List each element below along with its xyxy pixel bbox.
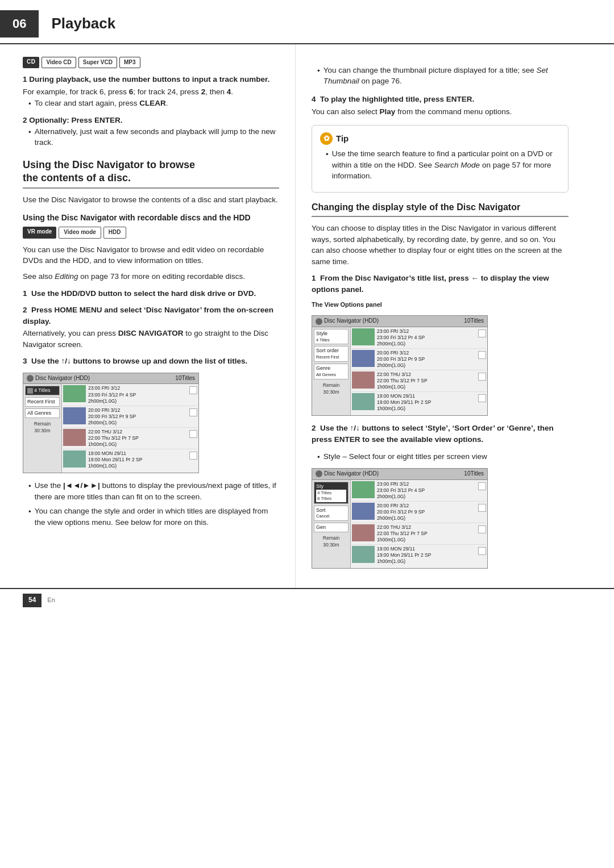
sidebar-recent-item: Recent First (25, 397, 60, 407)
title-badge (478, 547, 486, 555)
badge-vrmode: VR mode (23, 227, 56, 239)
screenshot-sidebar-right: Style4 Titles Sort orderRecent First Gen… (312, 327, 351, 416)
title-info: 22:00 THU 3/12 22:00 Thu 3/12 Pr 7 SP 1h… (88, 429, 189, 448)
step-2-heading: Optionally: Press ENTER. (29, 116, 122, 124)
screenshot-body: 4 Titles Recent First All Genres Remain3… (23, 384, 198, 473)
bullet-prev-next: • Use the |◄◄/►►| buttons to display the… (23, 480, 279, 502)
title-info: 22:00 THU 3/12 22:00 Thu 3/12 Pr 7 SP 1h… (377, 524, 478, 543)
page-number: 54 (23, 594, 42, 607)
title-info: 20:00 FRI 3/12 20:00 Fri 3/12 Pr 9 SP 2h… (377, 503, 478, 521)
step-2-num: 2 (23, 116, 27, 124)
hdd-step-2-body: Alternatively, you can press DISC NAVIGA… (23, 328, 279, 350)
style-options-screenshot: Disc Navigator (HDD) 10Titles Sty4 Title… (312, 468, 488, 569)
title-thumbnail (352, 372, 375, 389)
step-1-num: 1 (23, 75, 27, 84)
disc-type-badges: CD Video CD Super VCD MP3 (23, 57, 279, 69)
step-2: 2 Optionally: Press ENTER. • Alternative… (23, 115, 279, 148)
table-row: 23:00 FRI 3/12 23:00 Fri 3/12 Pr 4 SP 2h… (352, 481, 486, 502)
right-section-heading: Changing the display style of the Disc N… (312, 201, 569, 217)
right-step-2: 2 Use the ↑/↓ buttons to select ‘Style’,… (312, 423, 569, 445)
title-thumbnail (352, 350, 375, 367)
title-info: 20:00 FRI 3/12 20:00 Fri 3/12 Pr 9 SP 2h… (377, 350, 478, 369)
page-header: 06 Playback (0, 0, 614, 44)
title-info: 20:00 FRI 3/12 20:00 Fri 3/12 Pr 9 SP 2h… (88, 407, 189, 426)
sidebar-sort: Sort orderRecent First (314, 346, 349, 362)
tip-box: ✿ Tip • Use the time search feature to f… (312, 125, 569, 193)
body-2: See also Editing on page 73 for more on … (23, 271, 279, 282)
remain-2: Remain30:30m (314, 535, 349, 549)
disc-icon (27, 375, 34, 382)
title-info: 22:00 THU 3/12 22:00 Thu 3/12 Pr 7 SP 1h… (377, 372, 478, 390)
table-row: 22:00 THU 3/12 22:00 Thu 3/12 Pr 7 SP 1h… (352, 372, 486, 392)
badge-mp3: MP3 (119, 57, 140, 69)
title-info: 23:00 FRI 3/12 23:00 Fri 3/12 Pr 4 SP 2h… (88, 385, 189, 404)
badge-videocd: Video CD (42, 57, 76, 69)
title-badge (478, 394, 486, 402)
screenshot-sidebar: 4 Titles Recent First All Genres Remain3… (23, 384, 62, 473)
main-content: CD Video CD Super VCD MP3 1 During playb… (0, 44, 614, 588)
style-bullet: • Style – Select four or eight titles pe… (312, 451, 569, 463)
title-badge (189, 386, 197, 394)
title-badge (189, 430, 197, 438)
title-info: 19:00 MON 29/11 19:00 Mon 29/11 Pr 2 SP … (377, 546, 478, 565)
hdd-step-2: 2 Press HOME MENU and select ‘Disc Navig… (23, 304, 279, 350)
sidebar-genre: GenreAll Genres (314, 364, 349, 379)
mode-badges: VR mode Video mode HDD (23, 227, 279, 239)
bullet-style-order: • You can change the style and order in … (23, 506, 279, 528)
table-row: 19:00 MON 29/11 19:00 Mon 29/11 Pr 2 SP … (352, 546, 486, 566)
disc-icon-2 (316, 470, 322, 477)
title-badge (478, 329, 486, 337)
bullet-thumbnail: • You can change the thumbnail picture d… (312, 65, 569, 87)
right-section-intro: You can choose to display titles in the … (312, 223, 569, 267)
table-row: 23:00 FRI 3/12 23:00 Fri 3/12 Pr 4 SP 2h… (352, 328, 486, 349)
badge-supervcd: Super VCD (78, 57, 117, 69)
title-thumbnail (352, 524, 375, 541)
body-1: You can use the Disc Navigator to browse… (23, 244, 279, 266)
badge-hdd: HDD (103, 227, 126, 239)
right-column: • You can change the thumbnail picture d… (296, 44, 591, 588)
tip-icon: ✿ (320, 132, 333, 145)
sidebar-sty-active: Sty4 Titles8 Titles (314, 482, 349, 504)
tip-heading: ✿ Tip (320, 132, 560, 145)
section-main-heading: Using the Disc Navigator to browsethe co… (23, 158, 279, 189)
sidebar-gen: Gen (314, 523, 349, 532)
remain-text: Remain30:30m (25, 420, 60, 435)
screenshot-topbar: Disc Navigator (HDD) 10Titles (23, 373, 198, 385)
table-row: 19:00 MON 29/11 19:00 Mon 29/11 Pr 2 SP … (63, 450, 197, 470)
view-options-screenshot: Disc Navigator (HDD) 10Titles Style4 Tit… (312, 315, 488, 416)
screenshot-titles-2: 23:00 FRI 3/12 23:00 Fri 3/12 Pr 4 SP 2h… (351, 480, 487, 569)
title-badge (478, 482, 486, 490)
footer-language: En (47, 596, 55, 605)
title-badge (478, 373, 486, 381)
title-info: 23:00 FRI 3/12 23:00 Fri 3/12 Pr 4 SP 2h… (377, 328, 478, 347)
tip-body: • Use the time search feature to find a … (320, 148, 560, 182)
step-1-heading: During playback, use the number buttons … (29, 75, 269, 84)
title-info: 19:00 MON 29/11 19:00 Mon 29/11 Pr 2 SP … (88, 450, 189, 469)
table-row: 19:00 MON 29/11 19:00 Mon 29/11 Pr 2 SP … (352, 393, 486, 413)
right-step-1: 1 From the Disc Navigator’s title list, … (312, 273, 569, 295)
title-thumbnail (63, 429, 86, 446)
title-badge (189, 452, 197, 460)
chapter-number: 06 (0, 10, 39, 37)
title-badge (478, 351, 486, 359)
step-1-body: For example, for track 6, press 6; for t… (23, 86, 279, 98)
screenshot-body-2: Sty4 Titles8 Titles SortCancel Gen Remai… (312, 480, 487, 569)
page-title: Playback (51, 13, 115, 35)
step-4: 4 To play the highlighted title, press E… (312, 94, 569, 117)
screenshot-titles-right: 23:00 FRI 3/12 23:00 Fri 3/12 Pr 4 SP 2h… (351, 327, 487, 416)
title-info: 23:00 FRI 3/12 23:00 Fri 3/12 Pr 4 SP 2h… (377, 481, 478, 500)
table-row: 22:00 THU 3/12 22:00 Thu 3/12 Pr 7 SP 1h… (63, 429, 197, 449)
grid-icon (27, 388, 33, 394)
sidebar-sort-2: SortCancel (314, 506, 349, 521)
badge-cd: CD (23, 57, 39, 69)
remain-right: Remain30:30m (314, 382, 349, 396)
screenshot-titles: 23:00 FRI 3/12 23:00 Fri 3/12 Pr 4 SP 2h… (62, 384, 198, 473)
badge-videomode: Video mode (59, 227, 101, 239)
title-badge (478, 504, 486, 512)
title-thumbnail (63, 385, 86, 402)
hdd-step-1: 1 Use the HDD/DVD button to select the h… (23, 288, 279, 299)
table-row: 23:00 FRI 3/12 23:00 Fri 3/12 Pr 4 SP 2h… (63, 385, 197, 406)
title-thumbnail (352, 503, 375, 520)
title-thumbnail (352, 328, 375, 345)
title-badge (478, 525, 486, 533)
